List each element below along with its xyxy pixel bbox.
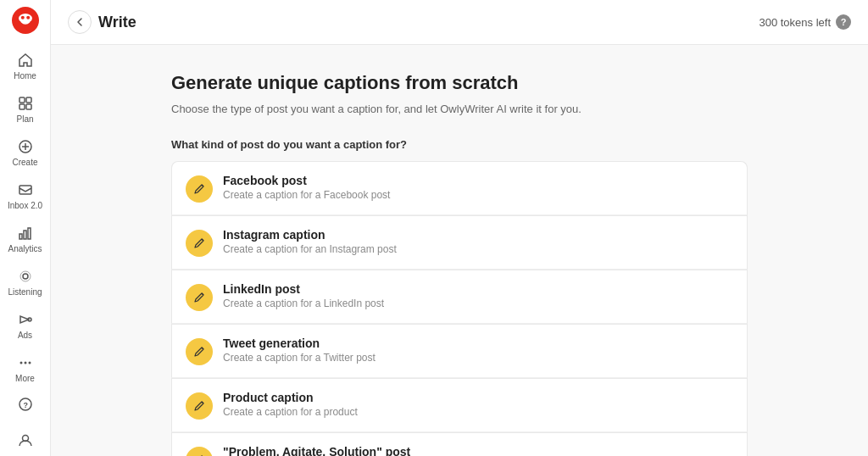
svg-point-2 <box>20 16 24 19</box>
option-icon-product <box>186 392 213 420</box>
svg-point-16 <box>20 271 31 281</box>
svg-point-19 <box>24 362 26 364</box>
svg-point-18 <box>19 362 22 364</box>
sidebar-item-plan[interactable]: Plan <box>3 89 47 129</box>
svg-point-20 <box>28 362 31 364</box>
header: Write 300 tokens left ? <box>51 0 868 45</box>
tokens-label: 300 tokens left <box>759 16 831 29</box>
analytics-icon <box>16 224 35 242</box>
option-text-product: Product caption Create a caption for a p… <box>223 391 733 418</box>
option-icon-problem-agitate <box>186 447 213 457</box>
sidebar-item-analytics[interactable]: Analytics <box>3 219 47 259</box>
option-desc-product: Create a caption for a product <box>223 406 733 418</box>
option-problem-agitate[interactable]: "Problem, Agitate, Solution" post Point … <box>171 432 748 457</box>
tokens-help-icon[interactable]: ? <box>836 14 851 30</box>
main-container: Write 300 tokens left ? Generate unique … <box>51 0 868 456</box>
svg-rect-14 <box>28 228 31 239</box>
ads-icon <box>16 310 35 329</box>
sidebar-item-profile[interactable] <box>3 425 47 454</box>
sidebar-label-listening: Listening <box>8 287 42 297</box>
content-area: Generate unique captions from scratch Ch… <box>51 45 868 456</box>
sidebar-item-more[interactable]: More <box>3 348 47 388</box>
sidebar-item-ads[interactable]: Ads <box>3 305 47 345</box>
inbox-icon <box>16 181 35 199</box>
sidebar: Home Plan Create Inbox 2.0 Analytics Lis… <box>0 0 51 456</box>
option-title-instagram: Instagram caption <box>223 228 733 242</box>
option-desc-linkedin: Create a caption for a LinkedIn post <box>223 298 733 309</box>
option-title-product: Product caption <box>223 391 733 404</box>
option-text-problem-agitate: "Problem, Agitate, Solution" post Point … <box>223 445 733 457</box>
option-linkedin[interactable]: LinkedIn post Create a caption for a Lin… <box>171 270 748 324</box>
sidebar-label-analytics: Analytics <box>8 244 42 253</box>
option-icon-tweet <box>186 338 213 365</box>
svg-rect-6 <box>19 104 25 109</box>
svg-point-15 <box>23 274 28 279</box>
option-icon-facebook <box>186 175 213 203</box>
sidebar-label-home: Home <box>14 71 36 81</box>
sidebar-item-home[interactable]: Home <box>3 46 47 86</box>
svg-rect-13 <box>24 231 26 239</box>
sidebar-bottom: ? <box>3 390 47 456</box>
option-text-instagram: Instagram caption Create a caption for a… <box>223 228 733 255</box>
back-button[interactable] <box>68 10 92 34</box>
app-logo <box>10 7 41 34</box>
svg-point-1 <box>19 14 32 23</box>
sidebar-label-create: Create <box>12 158 37 167</box>
sidebar-item-inbox[interactable]: Inbox 2.0 <box>3 175 47 215</box>
svg-point-3 <box>26 16 30 19</box>
page-title: Write <box>98 14 136 31</box>
option-text-tweet: Tweet generation Create a caption for a … <box>223 336 733 364</box>
svg-rect-12 <box>19 234 22 239</box>
option-text-facebook: Facebook post Create a caption for a Fac… <box>223 174 733 201</box>
section-heading: Generate unique captions from scratch <box>171 72 748 94</box>
create-icon <box>16 137 35 156</box>
option-desc-instagram: Create a caption for an Instagram post <box>223 243 733 255</box>
option-facebook[interactable]: Facebook post Create a caption for a Fac… <box>171 161 748 215</box>
more-icon <box>16 353 35 372</box>
sidebar-label-more: More <box>15 374 35 383</box>
header-right: 300 tokens left ? <box>759 14 851 30</box>
option-icon-instagram <box>186 230 213 257</box>
svg-rect-4 <box>19 97 25 103</box>
option-desc-tweet: Create a caption for a Twitter post <box>223 352 733 364</box>
header-left: Write <box>68 10 136 34</box>
plan-icon <box>16 94 35 113</box>
option-desc-facebook: Create a caption for a Facebook post <box>223 189 733 201</box>
profile-icon <box>16 431 35 449</box>
listening-icon <box>16 267 35 286</box>
sidebar-label-ads: Ads <box>18 331 32 340</box>
option-title-problem-agitate: "Problem, Agitate, Solution" post <box>223 445 733 457</box>
question-label: What kind of post do you want a caption … <box>171 138 748 151</box>
option-icon-linkedin <box>186 284 213 311</box>
sidebar-item-listening[interactable]: Listening <box>3 262 47 302</box>
svg-rect-7 <box>26 104 31 109</box>
sidebar-label-plan: Plan <box>16 114 33 124</box>
option-instagram[interactable]: Instagram caption Create a caption for a… <box>171 215 748 270</box>
option-title-tweet: Tweet generation <box>223 336 733 350</box>
sidebar-item-create[interactable]: Create <box>3 132 47 172</box>
svg-rect-5 <box>26 97 31 103</box>
sidebar-item-help[interactable]: ? <box>3 390 47 419</box>
option-tweet[interactable]: Tweet generation Create a caption for a … <box>171 324 748 378</box>
home-icon <box>16 51 35 70</box>
option-title-facebook: Facebook post <box>223 174 733 187</box>
sidebar-label-inbox: Inbox 2.0 <box>8 201 42 210</box>
svg-text:?: ? <box>23 401 28 409</box>
content-inner: Generate unique captions from scratch Ch… <box>171 72 748 456</box>
option-text-linkedin: LinkedIn post Create a caption for a Lin… <box>223 282 733 309</box>
option-title-linkedin: LinkedIn post <box>223 282 733 296</box>
section-subtext: Choose the type of post you want a capti… <box>171 101 748 118</box>
help-icon: ? <box>16 395 35 414</box>
option-product[interactable]: Product caption Create a caption for a p… <box>171 378 748 432</box>
options-list: Facebook post Create a caption for a Fac… <box>171 161 748 457</box>
